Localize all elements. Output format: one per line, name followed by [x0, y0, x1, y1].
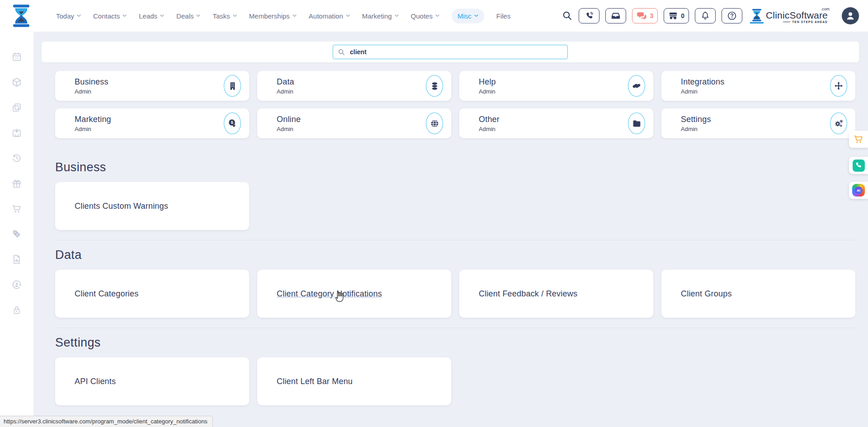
menu-label: Quotes — [411, 12, 433, 20]
help-button[interactable] — [722, 8, 742, 23]
category-subtitle: Admin — [681, 126, 830, 132]
globe-icon — [426, 113, 443, 134]
category-card-settings[interactable]: SettingsAdmin — [661, 108, 855, 138]
link-card-client-category-notifications[interactable]: Client Category Notifications — [257, 270, 451, 318]
category-card-business[interactable]: BusinessAdmin — [55, 71, 249, 101]
clinicsoftware-brand[interactable]: .com ClinicSoftware TEN STEPS AHEAD — [750, 8, 834, 23]
brand-text: .com ClinicSoftware TEN STEPS AHEAD — [766, 10, 834, 24]
category-title: Help — [479, 77, 628, 87]
database-icon — [426, 75, 443, 97]
section-links: API Clients Client Left Bar Menu — [55, 357, 855, 405]
category-card-other[interactable]: OtherAdmin — [459, 108, 653, 138]
category-title: Marketing — [75, 115, 224, 124]
floating-ai-widget[interactable]: AI — [849, 182, 868, 199]
menu-item-memberships[interactable]: Memberships — [249, 12, 297, 20]
chevron-down-icon — [160, 14, 164, 17]
menu-item-quotes[interactable]: Quotes — [411, 12, 439, 20]
cart-icon — [853, 134, 864, 145]
category-subtitle: Admin — [75, 126, 224, 132]
lock-icon[interactable] — [11, 305, 22, 315]
price-tag-icon[interactable] — [11, 229, 22, 239]
menu-item-files[interactable]: Files — [496, 12, 511, 20]
brand-tagline: TEN STEPS AHEAD — [766, 21, 828, 24]
layers-icon[interactable] — [11, 102, 22, 113]
dollar-chat-icon — [224, 113, 241, 134]
store-button[interactable]: 0 — [664, 8, 689, 23]
floating-phone-widget[interactable] — [849, 157, 868, 174]
package-icon[interactable] — [11, 77, 22, 88]
menu-label: Today — [56, 12, 74, 20]
section-links: Clients Custom Warnings — [55, 182, 855, 230]
brand-name: ClinicSoftware — [766, 10, 828, 20]
menu-label: Contacts — [93, 12, 120, 20]
category-card-data[interactable]: DataAdmin — [257, 71, 451, 101]
gift-icon[interactable] — [11, 178, 22, 189]
notifications-button[interactable] — [695, 8, 716, 23]
main-menu: Today Contacts Leads Deals Tasks Members… — [56, 9, 510, 23]
category-title: Online — [277, 115, 426, 124]
category-card-online[interactable]: OnlineAdmin — [257, 108, 451, 138]
menu-item-automation[interactable]: Automation — [309, 12, 350, 20]
chevron-down-icon — [196, 14, 200, 17]
category-title: Data — [277, 77, 426, 87]
category-subtitle: Admin — [479, 88, 628, 95]
chevron-down-icon — [346, 14, 350, 17]
chevron-down-icon — [233, 14, 237, 17]
menu-item-deals[interactable]: Deals — [176, 12, 200, 20]
history-icon[interactable] — [11, 153, 22, 164]
menu-item-today[interactable]: Today — [56, 12, 81, 20]
menu-item-marketing[interactable]: Marketing — [362, 12, 399, 20]
category-title: Other — [479, 115, 628, 124]
link-label: Clients Custom Warnings — [75, 202, 168, 211]
category-card-integrations[interactable]: IntegrationsAdmin — [661, 71, 855, 101]
phone-button[interactable] — [579, 8, 599, 23]
link-label: Client Groups — [681, 289, 732, 299]
chat-count-badge: 3 — [650, 12, 653, 19]
category-card-help[interactable]: HelpAdmin — [459, 71, 653, 101]
handshake-icon — [628, 75, 645, 97]
calendar-checkin-icon[interactable] — [11, 127, 22, 138]
category-subtitle: Admin — [277, 126, 426, 132]
cart-icon[interactable] — [11, 203, 22, 214]
menu-label: Memberships — [249, 12, 290, 20]
section-heading: Data — [55, 248, 855, 262]
ai-icon: AI — [852, 184, 865, 197]
link-card-client-categories[interactable]: Client Categories — [55, 270, 249, 318]
bell-icon — [700, 11, 710, 21]
module-search-input[interactable] — [349, 48, 563, 56]
move-arrows-icon — [830, 75, 847, 97]
module-search — [333, 45, 568, 59]
chat-button[interactable]: 3 — [632, 8, 658, 23]
calendar-icon[interactable] — [11, 52, 22, 62]
menu-item-misc[interactable]: Misc — [452, 9, 484, 23]
link-card-client-left-bar-menu[interactable]: Client Left Bar Menu — [257, 357, 451, 405]
category-card-marketing[interactable]: MarketingAdmin — [55, 108, 249, 138]
inbox-icon — [611, 11, 621, 21]
section-data: Data Client Categories Client Category N… — [55, 240, 855, 318]
search-icon[interactable] — [562, 10, 573, 21]
link-card-client-feedback-reviews[interactable]: Client Feedback / Reviews — [459, 270, 653, 318]
gears-icon — [830, 113, 847, 134]
storefront-icon — [668, 11, 678, 21]
menu-item-contacts[interactable]: Contacts — [93, 12, 127, 20]
link-card-client-groups[interactable]: Client Groups — [661, 270, 855, 318]
chevron-down-icon — [123, 14, 127, 17]
category-subtitle: Admin — [479, 126, 628, 132]
brand-hourglass-icon — [750, 8, 764, 23]
content-inner: BusinessAdmin DataAdmin HelpAdmin Integr… — [55, 71, 855, 405]
link-label: API Clients — [75, 377, 116, 386]
menu-item-leads[interactable]: Leads — [139, 12, 164, 20]
ai-label: AI — [855, 187, 863, 194]
link-card-api-clients[interactable]: API Clients — [55, 357, 249, 405]
user-avatar[interactable] — [842, 7, 859, 24]
floating-cart-widget[interactable] — [849, 131, 868, 148]
report-icon[interactable] — [11, 254, 22, 265]
user-sync-icon[interactable] — [11, 279, 22, 290]
question-circle-icon — [727, 11, 737, 21]
app-logo-hourglass-icon[interactable] — [9, 2, 33, 30]
inbox-button[interactable] — [605, 8, 626, 23]
menu-item-tasks[interactable]: Tasks — [212, 12, 236, 20]
section-settings: Settings API Clients Client Left Bar Men… — [55, 328, 855, 405]
link-card-clients-custom-warnings[interactable]: Clients Custom Warnings — [55, 182, 249, 230]
link-label: Client Left Bar Menu — [277, 377, 353, 386]
